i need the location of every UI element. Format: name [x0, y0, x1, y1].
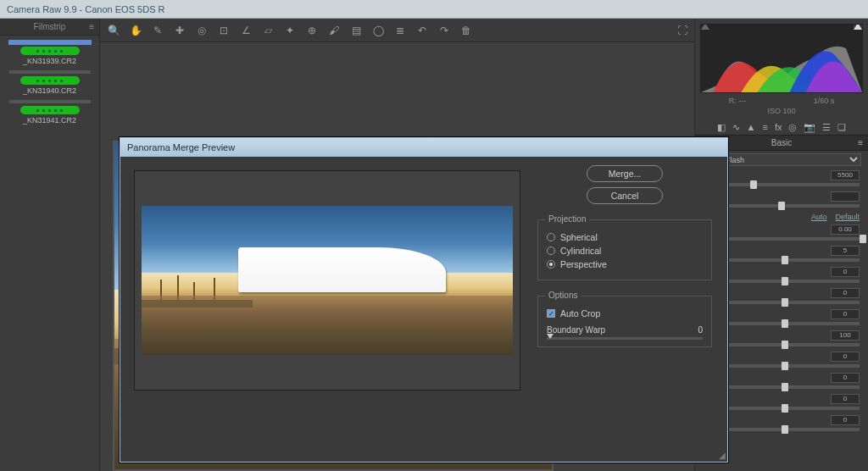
thumb-filename: _KN31939.CR2 [9, 57, 91, 65]
auto-crop-checkbox[interactable]: Auto Crop [547, 308, 703, 319]
graduated-filter-icon[interactable]: ▤ [349, 24, 363, 37]
merge-button[interactable]: Merge... [587, 165, 663, 182]
tab-detail-icon[interactable]: ▲ [747, 122, 756, 133]
panorama-preview [134, 170, 520, 391]
filmstrip-title: Filmstrip [34, 22, 66, 31]
dialog-titlebar[interactable]: Panorama Merge Preview [120, 138, 727, 157]
highlight-clip-icon[interactable] [854, 24, 862, 30]
transform-icon[interactable]: ▱ [261, 24, 275, 37]
crop-icon[interactable]: ⊡ [217, 24, 231, 37]
default-link[interactable]: Default [835, 213, 860, 221]
trash-icon[interactable]: 🗑 [459, 24, 473, 37]
rotate-right-icon[interactable]: ↷ [437, 24, 451, 37]
tab-basic-icon[interactable]: ◧ [717, 122, 726, 133]
fullscreen-icon[interactable]: ⛶ [676, 24, 689, 37]
filmstrip-panel: Filmstrip ≡ _KN31939.CR2 _KN31940.CR2 _K… [0, 19, 100, 471]
thumb-rating [20, 47, 80, 55]
histogram[interactable] [700, 24, 863, 93]
shadow-clip-icon[interactable] [701, 24, 709, 30]
projection-spherical[interactable]: Spherical [547, 232, 703, 242]
radial-filter-icon[interactable]: ◯ [371, 24, 385, 37]
panorama-image [142, 206, 513, 355]
dialog-right-pane: Merge... Cancel Projection Spherical Cyl… [534, 157, 727, 463]
filmstrip-thumb[interactable]: _KN31941.CR2 [9, 100, 91, 125]
radio-icon [547, 233, 555, 241]
projection-cylindrical[interactable]: Cylindrical [547, 246, 703, 256]
thumb-image [9, 70, 91, 74]
tab-lens-icon[interactable]: ◎ [788, 122, 797, 133]
thumb-filename: _KN31941.CR2 [9, 116, 91, 125]
tab-camera-icon[interactable]: 📷 [804, 122, 815, 133]
projection-perspective[interactable]: Perspective [547, 259, 703, 269]
options-legend: Options [545, 291, 581, 300]
dialog-buttons: Merge... Cancel [537, 165, 712, 204]
color-sampler-icon[interactable]: ✚ [173, 24, 186, 37]
tab-snapshots-icon[interactable]: ❏ [837, 122, 846, 133]
rgb-readout: R: --- [729, 97, 747, 105]
radio-icon [547, 260, 555, 269]
dialog-title: Panorama Merge Preview [127, 142, 235, 152]
thumb-rating [20, 106, 80, 114]
tab-hsl-icon[interactable]: ≡ [762, 122, 767, 133]
spot-removal-icon[interactable]: ✦ [283, 24, 297, 37]
panorama-dialog: Panorama Merge Preview Merge... Cancel P… [120, 137, 728, 463]
filmstrip-header: Filmstrip ≡ [0, 19, 99, 36]
zoom-icon[interactable]: 🔍 [107, 24, 120, 37]
cancel-button[interactable]: Cancel [587, 187, 663, 204]
app-body: Filmstrip ≡ _KN31939.CR2 _KN31940.CR2 _K… [0, 19, 868, 471]
filmstrip-thumb[interactable]: _KN31940.CR2 [9, 70, 91, 95]
resize-grip-icon[interactable]: ◢ [719, 451, 726, 460]
window-titlebar: Camera Raw 9.9 - Canon EOS 5DS R [0, 0, 868, 19]
thumb-filename: _KN31940.CR2 [9, 86, 91, 95]
top-toolbar: 🔍 ✋ ✎ ✚ ◎ ⊡ ∠ ▱ ✦ ⊕ 🖌 ▤ ◯ ≣ ↶ ↷ 🗑 ⛶ [100, 19, 694, 42]
hand-icon[interactable]: ✋ [129, 24, 142, 37]
target-adjust-icon[interactable]: ◎ [195, 24, 209, 37]
projection-fieldset: Projection Spherical Cylindrical Perspec… [537, 219, 712, 280]
white-balance-select[interactable]: Flash [721, 153, 861, 166]
tab-curve-icon[interactable]: ∿ [732, 122, 740, 133]
panel-tab-strip: ◧ ∿ ▲ ≡ fx ◎ 📷 ☰ ❏ [695, 122, 868, 133]
checkbox-icon [547, 309, 555, 318]
filmstrip-menu-icon[interactable]: ≡ [89, 22, 94, 31]
iso-readout: ISO 100 [695, 107, 868, 115]
tab-presets-icon[interactable]: ☰ [822, 122, 831, 133]
rotate-left-icon[interactable]: ↶ [415, 24, 429, 37]
eyedropper-icon[interactable]: ✎ [151, 24, 164, 37]
projection-legend: Projection [545, 214, 589, 224]
options-fieldset: Options Auto Crop Boundary Warp 0 [537, 296, 712, 347]
thumb-image [9, 41, 91, 44]
histogram-curves [701, 33, 862, 92]
shutter-speed: 1/60 s [814, 97, 835, 105]
thumb-rating [20, 76, 80, 85]
filmstrip-thumb[interactable]: _KN31939.CR2 [9, 41, 91, 65]
prefs-icon[interactable]: ≣ [393, 24, 407, 37]
tab-split-icon[interactable]: fx [775, 122, 782, 133]
redeye-icon[interactable]: ⊕ [305, 24, 319, 37]
window-title: Camera Raw 9.9 - Canon EOS 5DS R [7, 4, 164, 14]
straighten-icon[interactable]: ∠ [239, 24, 253, 37]
thumb-image [9, 100, 91, 103]
boundary-warp-slider[interactable]: Boundary Warp 0 [547, 325, 703, 340]
meta-row: R: --- 1/60 s [695, 97, 868, 105]
auto-link[interactable]: Auto [811, 213, 827, 221]
radio-icon [547, 247, 555, 255]
panel-menu-icon[interactable]: ≡ [858, 138, 863, 147]
brush-icon[interactable]: 🖌 [327, 24, 341, 37]
